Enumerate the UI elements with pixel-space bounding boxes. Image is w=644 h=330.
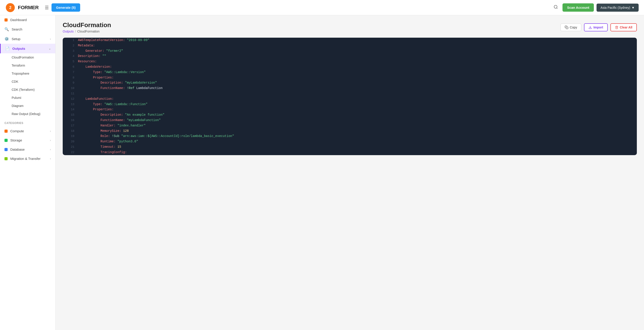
copy-label: Copy <box>570 26 577 29</box>
code-line-2: 2 Metadata: <box>63 43 637 48</box>
gear-icon: ⚙️ <box>4 37 9 41</box>
sidebar-item-dashboard[interactable]: Dashboard <box>0 15 55 25</box>
sidebar-sub-terraform[interactable]: Terraform <box>0 61 55 70</box>
code-line-10: 10 FunctionName: !Ref LambdaFunction <box>63 86 637 91</box>
code-line-5: 5 Resources: <box>63 59 637 64</box>
svg-rect-5 <box>566 27 568 29</box>
terraform-label: Terraform <box>12 64 25 67</box>
chevron-right-icon: › <box>50 130 51 133</box>
page-title-area: CloudFormation Outputs / CloudFormation <box>63 22 111 33</box>
line-number: 6 <box>67 65 74 70</box>
code-line-17: 17 Handler: "index.handler" <box>63 123 637 128</box>
logo-icon: 2 <box>5 3 15 13</box>
line-number: 4 <box>67 54 74 59</box>
code-line-9: 9 Description: "myLambdaVersion" <box>63 80 637 86</box>
region-label: Asia Pacific (Sydney) <box>600 6 630 10</box>
svg-text:2: 2 <box>9 5 12 10</box>
outputs-icon: 📄 <box>5 46 10 51</box>
code-line-15: 15 Description: "An example function" <box>63 112 637 118</box>
sidebar-item-database[interactable]: Database › <box>0 145 55 154</box>
sidebar-item-migration[interactable]: Migration & Transfer › <box>0 154 55 163</box>
breadcrumb: Outputs / CloudFormation <box>63 30 111 33</box>
line-number: 11 <box>67 91 74 96</box>
search-icon-button[interactable] <box>552 3 560 12</box>
code-line-22: 22 TracingConfig: <box>63 150 637 155</box>
line-number: 18 <box>67 129 74 134</box>
database-icon <box>4 148 8 151</box>
code-line-16: 16 FunctionName: "myLambdaFunction" <box>63 118 637 123</box>
sidebar-sub-diagram[interactable]: Diagram <box>0 102 55 110</box>
chevron-down-icon: ⌄ <box>48 47 51 50</box>
main-layout: Dashboard 🔍 Search ⚙️ Setup › 📄 Outputs … <box>0 15 644 330</box>
code-container: 1 AWSTemplateFormatVersion: "2010-09-09"… <box>63 38 637 155</box>
troposphere-label: Troposphere <box>12 72 29 75</box>
chevron-down-icon: ▼ <box>632 6 634 10</box>
line-number: 13 <box>67 102 74 107</box>
copy-button[interactable]: Copy <box>560 24 581 31</box>
line-number: 14 <box>67 107 74 112</box>
sidebar-item-search[interactable]: 🔍 Search <box>0 25 55 34</box>
import-button[interactable]: Import <box>584 23 608 31</box>
code-line-14: 14 Properties: <box>63 107 637 112</box>
line-number: 15 <box>67 112 74 117</box>
code-line-21: 21 Timeout: 15 <box>63 144 637 150</box>
sidebar-sub-cdk[interactable]: CDK <box>0 78 55 86</box>
top-navigation: 2 FORMER ☰ Generate (5) Scan Account Asi… <box>0 0 644 15</box>
line-number: 16 <box>67 118 74 123</box>
compute-label: Compute <box>10 129 24 133</box>
breadcrumb-outputs-link[interactable]: Outputs <box>63 30 74 33</box>
code-line-12: 12 LambdaFunction: <box>63 96 637 102</box>
clear-all-button[interactable]: Clear All <box>610 23 637 31</box>
sidebar-item-outputs[interactable]: 📄 Outputs ⌄ <box>0 44 55 53</box>
dashboard-icon <box>4 18 8 22</box>
app-name: FORMER <box>18 5 38 11</box>
line-number: 1 <box>67 38 74 43</box>
line-number: 12 <box>67 97 74 102</box>
chevron-right-icon: › <box>50 38 51 41</box>
code-line-7: 7 Type: "AWS::Lambda::Version" <box>63 70 637 75</box>
diagram-label: Diagram <box>12 104 24 108</box>
sidebar-sub-raw-output[interactable]: Raw Output (Debug) <box>0 110 55 118</box>
line-number: 8 <box>67 75 74 80</box>
line-number: 21 <box>67 145 74 149</box>
code-line-3: 3 Generator: "former2" <box>63 48 637 54</box>
cdk-terraform-label: CDK (Terraform) <box>12 88 35 91</box>
categories-section-label: CATEGORIES <box>0 118 55 126</box>
raw-output-label: Raw Output (Debug) <box>12 112 40 116</box>
compute-icon <box>4 130 8 133</box>
sidebar-sub-pulumi[interactable]: Pulumi <box>0 94 55 102</box>
page-title: CloudFormation <box>63 22 111 29</box>
code-line-6: 6 LambdaVersion: <box>63 64 637 70</box>
sidebar: Dashboard 🔍 Search ⚙️ Setup › 📄 Outputs … <box>0 15 56 330</box>
code-line-19: 19 Role: !Sub "arn:aws:iam::${AWS::Accou… <box>63 134 637 139</box>
code-line-4: 4 Description: "" <box>63 54 637 59</box>
cdk-label: CDK <box>12 80 18 83</box>
chevron-right-icon: › <box>50 157 51 160</box>
scan-account-button[interactable]: Scan Account <box>562 3 594 12</box>
sidebar-sub-cdk-terraform[interactable]: CDK (Terraform) <box>0 86 55 94</box>
chevron-right-icon: › <box>50 148 51 151</box>
line-number: 3 <box>67 49 74 54</box>
line-number: 22 <box>67 150 74 155</box>
sidebar-sub-troposphere[interactable]: Troposphere <box>0 70 55 78</box>
line-number: 20 <box>67 139 74 144</box>
search-icon <box>554 5 558 9</box>
action-buttons: Copy Import Clear All <box>560 23 637 31</box>
logo-area: 2 FORMER <box>5 3 38 13</box>
sidebar-item-storage[interactable]: Storage › <box>0 136 55 145</box>
pulumi-label: Pulumi <box>12 96 21 100</box>
storage-icon <box>4 139 8 142</box>
code-line-8: 8 Properties: <box>63 75 637 80</box>
sidebar-sub-cloudformation[interactable]: CloudFormation <box>0 53 55 61</box>
sidebar-item-compute[interactable]: Compute › <box>0 126 55 136</box>
breadcrumb-current: CloudFormation <box>77 30 100 33</box>
sidebar-item-label: Search <box>12 27 22 31</box>
generate-button[interactable]: Generate (5) <box>52 3 80 12</box>
main-content: CloudFormation Outputs / CloudFormation … <box>56 15 644 330</box>
line-number: 10 <box>67 86 74 91</box>
sidebar-item-setup[interactable]: ⚙️ Setup › <box>0 34 55 44</box>
page-header: CloudFormation Outputs / CloudFormation … <box>63 22 637 33</box>
hamburger-button[interactable]: ☰ <box>44 4 50 11</box>
line-number: 17 <box>67 123 74 128</box>
region-selector-button[interactable]: Asia Pacific (Sydney) ▼ <box>596 4 639 12</box>
